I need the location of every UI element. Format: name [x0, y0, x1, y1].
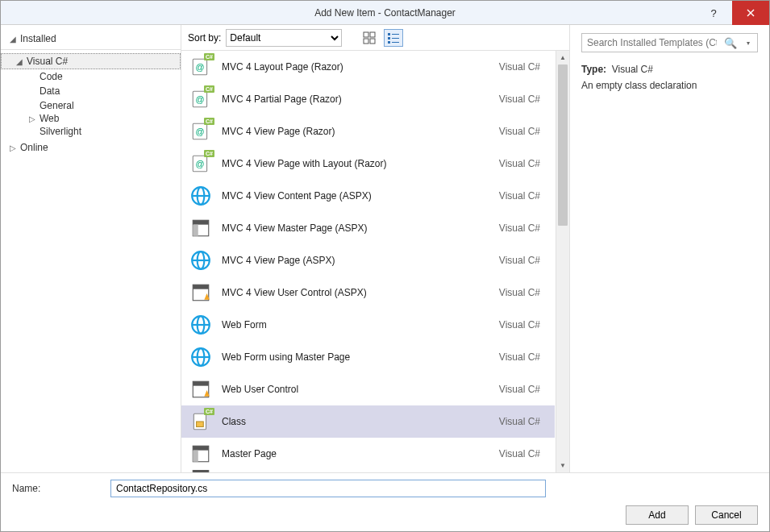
- svg-rect-38: [193, 381, 209, 385]
- cancel-button[interactable]: Cancel: [695, 505, 758, 525]
- window-title: Add New Item - ContactManager: [314, 7, 456, 19]
- svg-text:@: @: [195, 127, 204, 136]
- razor-icon: @C#: [189, 88, 212, 110]
- razor-icon: @C#: [189, 120, 212, 143]
- template-row[interactable]: Web FormVisual C#: [181, 309, 555, 341]
- sort-by-select[interactable]: Default: [226, 29, 342, 47]
- template-name: MVC 4 View Master Page (ASPX): [222, 222, 499, 234]
- tree-section-label: Installed: [20, 33, 56, 44]
- svg-rect-2: [364, 32, 368, 37]
- template-row[interactable]: @C#MVC 4 Layout Page (Razor)Visual C#: [181, 51, 555, 83]
- template-name: MVC 4 View Page (ASPX): [222, 255, 499, 266]
- svg-rect-8: [388, 37, 390, 39]
- template-row[interactable]: Web Form using Master PageVisual C#: [181, 341, 555, 373]
- template-language: Visual C#: [499, 158, 543, 169]
- caret-right-icon: ▷: [28, 114, 36, 123]
- template-name: Class: [222, 416, 499, 427]
- view-medium-icons-button[interactable]: [360, 29, 379, 47]
- svg-rect-5: [370, 39, 375, 44]
- template-row[interactable]: C#ClassVisual C#: [181, 405, 555, 438]
- template-language: Visual C#: [499, 94, 543, 105]
- view-small-icons-button[interactable]: [384, 29, 403, 47]
- template-row[interactable]: Master PageVisual C#: [181, 438, 555, 470]
- template-row[interactable]: @C#MVC 4 View Page (Razor)Visual C#: [181, 115, 555, 148]
- add-new-item-dialog: Add New Item - ContactManager ? ◢ Instal…: [0, 0, 770, 532]
- scrollbar[interactable]: ▲ ▼: [556, 51, 569, 472]
- bottom-bar: Name: Add Cancel: [1, 472, 769, 531]
- close-button[interactable]: [732, 1, 769, 25]
- name-label: Name:: [12, 483, 102, 494]
- title-bar: Add New Item - ContactManager ?: [1, 1, 769, 25]
- svg-rect-25: [193, 225, 198, 236]
- caret-right-icon: ▷: [9, 143, 17, 152]
- tree-node-web[interactable]: ▷ Web: [1, 113, 181, 124]
- template-name: MVC 4 Layout Page (Razor): [222, 61, 499, 73]
- svg-rect-30: [193, 285, 209, 289]
- globe-icon: [189, 346, 212, 368]
- svg-rect-40: [197, 422, 204, 427]
- template-row[interactable]: MVC 4 View Content Page (ASPX)Visual C#: [181, 180, 555, 212]
- template-language: Visual C#: [499, 287, 543, 298]
- template-name: Master Page: [222, 448, 499, 459]
- svg-text:@: @: [195, 94, 204, 104]
- caret-down-icon: ◢: [15, 57, 23, 66]
- grid-icon: [363, 31, 376, 44]
- razor-icon: @C#: [189, 56, 212, 78]
- add-button[interactable]: Add: [626, 505, 689, 525]
- template-language: Visual C#: [499, 190, 543, 202]
- svg-text:@: @: [195, 159, 204, 168]
- svg-rect-10: [388, 41, 390, 44]
- toolbar: Sort by: Default: [181, 25, 569, 51]
- template-row[interactable]: MVC 4 View Page (ASPX)Visual C#: [181, 244, 555, 276]
- template-language: Visual C#: [499, 319, 543, 330]
- svg-rect-3: [370, 32, 375, 37]
- search-input[interactable]: [582, 37, 722, 48]
- globe-icon: [189, 314, 212, 336]
- template-row[interactable]: MVC 4 View Master Page (ASPX)Visual C#: [181, 212, 555, 244]
- caret-down-icon: ◢: [9, 35, 17, 44]
- master-icon: [189, 470, 212, 472]
- search-icon[interactable]: 🔍: [722, 37, 739, 49]
- template-name: Web Form using Master Page: [222, 351, 499, 363]
- tree-section-online[interactable]: ▷ Online: [1, 139, 181, 155]
- scroll-track[interactable]: [556, 64, 569, 459]
- scroll-down-icon[interactable]: ▼: [556, 459, 569, 472]
- name-input[interactable]: [110, 480, 546, 497]
- svg-rect-45: [193, 470, 209, 472]
- template-row[interactable]: @C#MVC 4 View Page with Layout (Razor)Vi…: [181, 148, 555, 180]
- tree-node-general[interactable]: General: [1, 98, 181, 113]
- scroll-thumb[interactable]: [558, 64, 568, 226]
- tree-node-silverlight[interactable]: Silverlight: [1, 124, 181, 139]
- template-row[interactable]: MVC 4 View User Control (ASPX)Visual C#: [181, 276, 555, 309]
- usercontrol-icon: [189, 281, 212, 304]
- help-button[interactable]: ?: [695, 1, 732, 25]
- template-language: Visual C#: [499, 351, 543, 363]
- class-icon: C#: [189, 410, 212, 433]
- tree-node-code[interactable]: Code: [1, 69, 181, 84]
- template-language: Visual C#: [499, 222, 543, 234]
- master-icon: [189, 217, 212, 239]
- master-icon: [189, 443, 212, 465]
- template-name: Web User Control: [222, 384, 499, 395]
- tree-node-visual-csharp[interactable]: ◢ Visual C#: [1, 53, 181, 69]
- type-label: Type:: [581, 64, 606, 75]
- svg-rect-42: [193, 446, 209, 450]
- template-name: Web Form: [222, 319, 499, 330]
- svg-text:@: @: [195, 62, 204, 72]
- template-row[interactable]: @C#MVC 4 Partial Page (Razor)Visual C#: [181, 83, 555, 115]
- template-row-partial[interactable]: N… d M… P…Vi…l C#: [181, 470, 555, 472]
- scroll-up-icon[interactable]: ▲: [556, 51, 569, 64]
- search-dropdown-icon[interactable]: ▾: [739, 39, 757, 47]
- template-row[interactable]: Web User ControlVisual C#: [181, 373, 555, 405]
- tree-section-installed[interactable]: ◢ Installed: [1, 31, 181, 50]
- template-language: Visual C#: [499, 416, 543, 427]
- search-box[interactable]: 🔍 ▾: [581, 33, 758, 52]
- type-value: Visual C#: [612, 64, 653, 75]
- svg-rect-11: [392, 42, 399, 43]
- usercontrol-icon: [189, 378, 212, 401]
- globe-icon: [189, 249, 212, 272]
- tree-node-data[interactable]: Data: [1, 84, 181, 98]
- list-icon: [387, 31, 400, 44]
- template-list: @C#MVC 4 Layout Page (Razor)Visual C#@C#…: [181, 51, 569, 472]
- svg-rect-43: [193, 451, 198, 462]
